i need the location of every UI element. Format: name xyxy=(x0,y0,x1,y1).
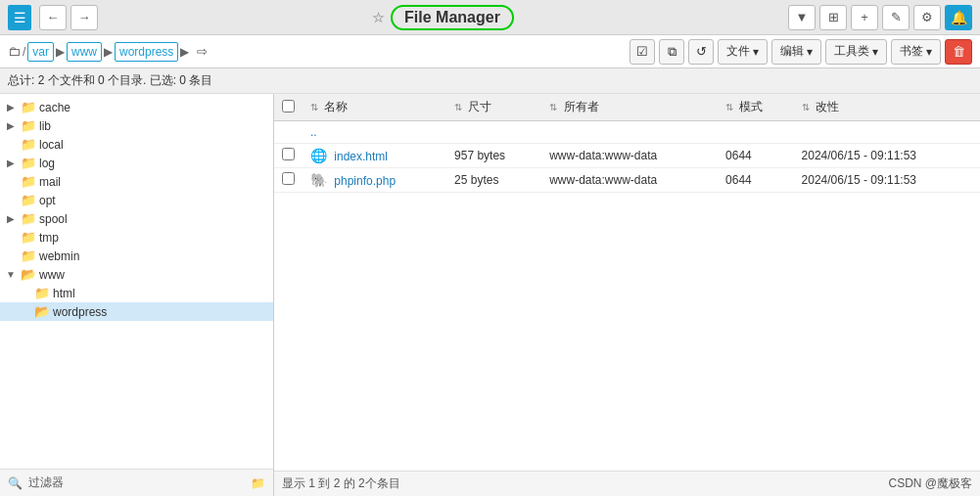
file-table-body: .. 🌐 index.html 957 bytes www-data:www-d xyxy=(274,121,980,193)
col-modified-header[interactable]: ⇅ 改性 xyxy=(794,94,980,121)
tree-item-cache[interactable]: ▶ 📁 cache xyxy=(0,98,273,116)
view-toggle-button[interactable]: ⊞ xyxy=(819,5,847,30)
refresh-button[interactable]: ↺ xyxy=(688,39,714,65)
sort-arrow-modified: ⇅ xyxy=(802,102,810,113)
table-row[interactable]: 🌐 index.html 957 bytes www-data:www-data… xyxy=(274,144,980,168)
notification-button[interactable]: 🔔 xyxy=(945,5,972,30)
tree-toggle-lib[interactable]: ▶ xyxy=(4,120,18,131)
html-file-icon: 🌐 xyxy=(310,148,327,163)
settings-button[interactable]: ⚙ xyxy=(913,5,941,30)
delete-button[interactable]: 🗑 xyxy=(945,39,972,65)
edit-button[interactable]: ✎ xyxy=(882,5,910,30)
row-checkbox-0[interactable] xyxy=(282,148,295,160)
table-row[interactable]: 🐘 phpinfo.php 25 bytes www-data:www-data… xyxy=(274,168,980,193)
tree-item-tmp[interactable]: 📁 tmp xyxy=(0,228,273,247)
sort-arrow-owner: ⇅ xyxy=(549,102,557,113)
path-sep-3: ▶ xyxy=(104,45,113,59)
path-segment-wordpress[interactable]: wordpress xyxy=(115,42,178,62)
tree-toggle-spool[interactable]: ▶ xyxy=(4,213,18,224)
tree-item-opt[interactable]: 📁 opt xyxy=(0,191,273,209)
checkbox-button[interactable]: ☑ xyxy=(630,39,655,65)
edit-menu-arrow: ▾ xyxy=(807,45,813,59)
folder-icon-html: 📁 xyxy=(34,286,50,300)
tree-item-webmin[interactable]: 📁 webmin xyxy=(0,247,273,265)
tree-label-www: www xyxy=(39,268,65,282)
row-check-0[interactable] xyxy=(274,144,303,168)
row-owner-0: www-data:www-data xyxy=(541,144,718,168)
col-check[interactable] xyxy=(274,94,303,121)
col-name-header[interactable]: ⇅ 名称 xyxy=(303,94,446,121)
file-menu-arrow: ▾ xyxy=(753,45,759,59)
file-menu-button[interactable]: 文件 ▾ xyxy=(718,39,768,65)
star-icon: ☆ xyxy=(372,10,385,25)
watermark-text: CSDN @魔极客 xyxy=(888,475,972,492)
tree-item-local[interactable]: 📁 local xyxy=(0,135,273,154)
tools-menu-button[interactable]: 工具类 ▾ xyxy=(825,39,887,65)
path-segment-var[interactable]: var xyxy=(27,42,54,62)
path-sep-2: ▶ xyxy=(56,45,65,59)
col-owner-label: 所有者 xyxy=(564,100,599,113)
row-check-1[interactable] xyxy=(274,168,303,193)
row-mode-parent xyxy=(718,121,794,144)
tree-label-log: log xyxy=(39,157,55,170)
tree-label-opt: opt xyxy=(39,194,56,207)
row-name-0[interactable]: 🌐 index.html xyxy=(303,144,446,168)
col-size-header[interactable]: ⇅ 尺寸 xyxy=(446,94,541,121)
back-button[interactable]: ← xyxy=(39,5,67,30)
row-checkbox-1[interactable] xyxy=(282,172,295,185)
parent-dir-link[interactable]: .. xyxy=(310,125,317,139)
sidebar: ▶ 📁 cache ▶ 📁 lib 📁 local ▶ 📁 log xyxy=(0,94,274,496)
row-modified-0: 2024/06/15 - 09:11:53 xyxy=(794,144,980,168)
col-mode-label: 模式 xyxy=(739,100,763,113)
folder-open-icon-wordpress: 📂 xyxy=(34,304,50,319)
tree-toggle-www[interactable]: ▼ xyxy=(4,269,18,280)
sort-arrow-name: ⇅ xyxy=(310,102,318,113)
path-export-icon[interactable]: ⇨ xyxy=(197,44,208,59)
tree-item-log[interactable]: ▶ 📁 log xyxy=(0,154,273,172)
forward-button[interactable]: → xyxy=(70,5,98,30)
upload-icon: 📁 xyxy=(251,476,265,490)
col-owner-header[interactable]: ⇅ 所有者 xyxy=(541,94,718,121)
tree-label-cache: cache xyxy=(39,101,70,114)
path-segment-www[interactable]: www xyxy=(67,42,102,62)
tree-label-webmin: webmin xyxy=(39,249,79,263)
table-row-parent[interactable]: .. xyxy=(274,121,980,144)
row-owner-1: www-data:www-data xyxy=(541,168,718,193)
folder-icon-webmin: 📁 xyxy=(21,248,36,263)
copy-path-button[interactable]: ⧉ xyxy=(659,39,684,65)
tree-label-html: html xyxy=(53,287,75,300)
row-name-1[interactable]: 🐘 phpinfo.php xyxy=(303,168,446,193)
tree-toggle-cache[interactable]: ▶ xyxy=(4,102,18,113)
tree-item-html[interactable]: 📁 html xyxy=(0,284,273,302)
row-check-parent xyxy=(274,121,303,144)
filter-icon-button[interactable]: ▼ xyxy=(788,5,816,30)
tree-item-www[interactable]: ▼ 📂 www xyxy=(0,265,273,284)
row-size-1: 25 bytes xyxy=(446,168,541,193)
tree-item-wordpress[interactable]: 📂 wordpress xyxy=(0,302,273,321)
row-size-parent xyxy=(446,121,541,144)
app-title: File Manager xyxy=(391,5,514,30)
bookmarks-menu-button[interactable]: 书签 ▾ xyxy=(891,39,941,65)
select-all-checkbox[interactable] xyxy=(282,100,295,113)
col-name-label: 名称 xyxy=(324,100,348,113)
top-bar: ☰ ← → ☆ File Manager ▼ ⊞ + ✎ ⚙ 🔔 xyxy=(0,0,980,35)
tree-label-tmp: tmp xyxy=(39,231,59,245)
tree-label-local: local xyxy=(39,138,64,152)
edit-menu-button[interactable]: 编辑 ▾ xyxy=(771,39,821,65)
add-button[interactable]: + xyxy=(851,5,878,30)
file-name-link-0[interactable]: index.html xyxy=(334,150,388,163)
php-file-icon: 🐘 xyxy=(310,172,327,188)
tools-menu-label: 工具类 xyxy=(834,43,869,60)
col-size-label: 尺寸 xyxy=(468,100,491,113)
tree-item-spool[interactable]: ▶ 📁 spool xyxy=(0,209,273,228)
main-area: ▶ 📁 cache ▶ 📁 lib 📁 local ▶ 📁 log xyxy=(0,94,980,496)
col-mode-header[interactable]: ⇅ 模式 xyxy=(718,94,794,121)
menu-toggle-button[interactable]: ☰ xyxy=(8,5,31,30)
tree-item-mail[interactable]: 📁 mail xyxy=(0,172,273,191)
row-name-parent[interactable]: .. xyxy=(303,121,446,144)
tree-item-lib[interactable]: ▶ 📁 lib xyxy=(0,116,273,135)
folder-icon-local: 📁 xyxy=(21,137,36,152)
folder-icon-log: 📁 xyxy=(21,156,36,170)
tree-toggle-log[interactable]: ▶ xyxy=(4,158,18,168)
file-name-link-1[interactable]: phpinfo.php xyxy=(334,174,396,188)
